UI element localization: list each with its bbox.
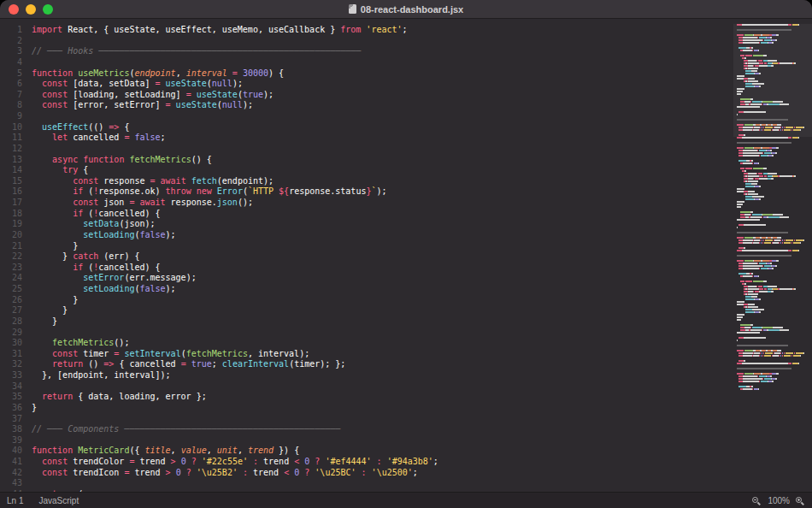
close-button[interactable]	[9, 4, 19, 15]
code-line[interactable]: 32 return () => { cancelled = true; clea…	[0, 359, 733, 370]
code-token	[32, 230, 83, 239]
minimap-token	[764, 129, 771, 131]
minimap-token	[737, 178, 744, 180]
code-line[interactable]: 28 }	[0, 316, 733, 328]
minimap-token	[737, 180, 744, 182]
code-text	[22, 111, 32, 122]
code-line[interactable]: 12	[0, 144, 733, 155]
minimap-token	[744, 373, 753, 375]
code-line[interactable]: 24 setError(err.message);	[0, 273, 733, 284]
minimap-line	[737, 204, 810, 205]
code-line[interactable]: 19 setData(json);	[0, 219, 733, 230]
code-line[interactable]: 9	[0, 111, 733, 122]
code-line[interactable]: 22 } catch (err) {	[0, 251, 733, 263]
code-token: '\u2500'	[372, 468, 413, 477]
code-line[interactable]: 39	[0, 435, 733, 446]
code-token	[32, 198, 73, 207]
minimap-token	[737, 373, 744, 375]
minimap-token	[737, 291, 744, 292]
minimap-token	[737, 88, 744, 90]
code-line[interactable]: 11 let cancelled = false;	[0, 133, 733, 144]
minimap-token	[773, 214, 783, 216]
minimap-token	[737, 201, 744, 203]
code-line[interactable]: 3// ─── Hooks ──────────────────────────…	[0, 46, 733, 57]
code-line[interactable]: 1import React, { useState, useEffect, us…	[0, 25, 733, 36]
code-line[interactable]: 37	[0, 414, 733, 425]
minimap-token	[752, 214, 762, 216]
minimap-token	[759, 155, 760, 157]
minimap-token	[750, 98, 753, 100]
code-line[interactable]: 35 return { data, loading, error };	[0, 392, 733, 403]
minimap-token	[737, 193, 744, 195]
code-line[interactable]: 36}	[0, 403, 733, 414]
code-line[interactable]: 29	[0, 328, 733, 339]
code-line[interactable]: 21 }	[0, 241, 733, 252]
code-token: }, [endpoint, interval]);	[32, 370, 171, 380]
minimap-token	[737, 227, 738, 228]
minimap-token	[751, 386, 753, 387]
code-token: { data, loading, error };	[73, 392, 207, 401]
minimap-token	[784, 239, 785, 241]
code-line[interactable]: 5function useMetrics(endpoint, interval …	[0, 68, 733, 80]
code-line[interactable]: 40function MetricCard({ title, value, un…	[0, 446, 733, 457]
code-line[interactable]: 31 const timer = setInterval(fetchMetric…	[0, 349, 733, 360]
code-line[interactable]: 42 const trendIcon = trend > 0 ? '\u25B2…	[0, 468, 733, 479]
code-line[interactable]: 4	[0, 57, 733, 68]
minimap-token	[737, 309, 745, 310]
minimap-token	[759, 65, 768, 67]
minimap-token	[760, 127, 761, 128]
minimap-token	[798, 363, 799, 364]
code-token	[32, 392, 42, 401]
code-line[interactable]: 13 async function fetchMetrics() {	[0, 155, 733, 166]
minimap-token	[759, 381, 760, 382]
code-text	[22, 435, 32, 446]
code-token: trend	[248, 468, 284, 477]
code-line[interactable]: 20 setLoading(false);	[0, 230, 733, 241]
code-line[interactable]: 30 fetchMetrics();	[0, 338, 733, 349]
code-line[interactable]: 41 const trendColor = trend > 0 ? '#22c5…	[0, 457, 733, 468]
code-line[interactable]: 23 if (!cancelled) {	[0, 263, 733, 274]
cursor-position[interactable]: Ln 1	[7, 496, 23, 505]
code-line[interactable]: 25 setLoading(false);	[0, 284, 733, 295]
code-line[interactable]: 10 useEffect(() => {	[0, 122, 733, 133]
minimap-token	[745, 83, 752, 85]
code-line[interactable]: 33 }, [endpoint, interval]);	[0, 370, 733, 381]
line-number: 21	[0, 241, 22, 252]
minimap-line	[737, 342, 810, 344]
minimap-token	[743, 162, 752, 164]
code-line[interactable]: 44 return (	[0, 489, 733, 492]
code-line[interactable]: 7 const [loading, setLoading] = useState…	[0, 90, 733, 101]
minimap-line	[737, 242, 810, 244]
code-line[interactable]: 2	[0, 36, 733, 47]
code-line[interactable]: 27 }	[0, 305, 733, 316]
code-line[interactable]: 43	[0, 478, 733, 489]
minimize-button[interactable]	[26, 4, 36, 15]
code-line[interactable]: 6 const [data, setData] = useState(null)…	[0, 79, 733, 90]
code-token: if	[73, 263, 83, 272]
zoom-in-icon[interactable]	[796, 496, 805, 505]
minimap-token	[737, 175, 744, 177]
code-token: ,	[207, 446, 217, 455]
zoom-button[interactable]	[43, 4, 53, 15]
code-line[interactable]: 8 const [error, setError] = useState(nul…	[0, 100, 733, 111]
minimap-token	[748, 62, 759, 64]
minimap-token	[761, 381, 768, 382]
code-line[interactable]: 14 try {	[0, 165, 733, 176]
code-line[interactable]: 18 if (!cancelled) {	[0, 209, 733, 220]
code-text: // ─── Hooks ───────────────────────────…	[22, 46, 361, 57]
zoom-out-icon[interactable]	[752, 496, 762, 505]
code-line[interactable]: 16 if (!response.ok) throw new Error(`HT…	[0, 186, 733, 198]
line-number: 41	[0, 457, 22, 468]
code-line[interactable]: 15 const response = await fetch(endpoint…	[0, 176, 733, 187]
code-line[interactable]: 17 const json = await response.json();	[0, 198, 733, 209]
minimap-line	[737, 232, 810, 233]
minimap[interactable]	[733, 19, 812, 492]
code-line[interactable]: 26 }	[0, 295, 733, 306]
minimap-token	[745, 55, 752, 56]
language-indicator[interactable]: JavaScript	[38, 496, 79, 505]
code-line[interactable]: 34	[0, 381, 733, 393]
minimap-line	[737, 327, 810, 328]
code-line[interactable]: 38// ─── Components ────────────────────…	[0, 424, 733, 435]
code-area[interactable]: 1import React, { useState, useEffect, us…	[0, 19, 733, 492]
minimap-token	[764, 62, 767, 64]
